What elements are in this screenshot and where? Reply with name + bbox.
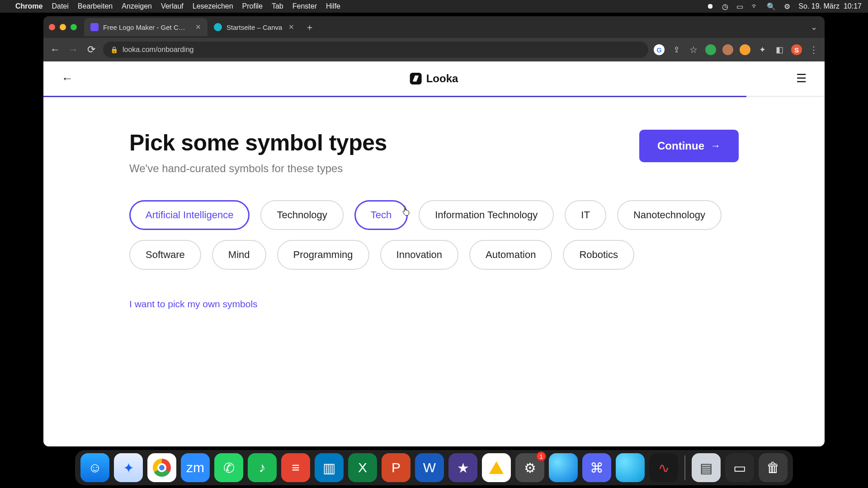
nav-forward-button[interactable]: →: [67, 44, 80, 56]
dock-app-gdrive[interactable]: [482, 453, 511, 482]
tabs-overflow-button[interactable]: ⌄: [811, 22, 817, 32]
dock-badge: 1: [536, 451, 546, 461]
menubar-date[interactable]: So. 19. März 10:17: [798, 2, 862, 10]
symbol-type-chip[interactable]: IT: [565, 200, 606, 230]
tab-close-icon[interactable]: ✕: [195, 23, 201, 31]
dock-app-preview[interactable]: ▤: [692, 453, 721, 482]
symbol-type-chip[interactable]: Innovation: [380, 240, 459, 270]
new-tab-button[interactable]: ＋: [305, 21, 314, 33]
dock-app-ppt[interactable]: P: [382, 453, 410, 482]
back-arrow-icon[interactable]: ←: [61, 71, 73, 85]
dock-app-settings[interactable]: ⚙1: [515, 453, 544, 482]
spotlight-icon[interactable]: 🔍: [767, 2, 776, 11]
dock-app-finder[interactable]: ☺: [80, 453, 109, 482]
dock-app-desktop[interactable]: ▭: [725, 453, 754, 482]
dock-app-imovie[interactable]: ★: [448, 453, 477, 482]
dock-app-spotify[interactable]: ♪: [248, 453, 277, 482]
wifi-icon[interactable]: ᯤ: [751, 2, 759, 10]
menubar-status-area: ⏺ ◷ ▭ ᯤ 🔍 ⚙ So. 19. März 10:17: [707, 2, 862, 11]
pick-own-symbols-link[interactable]: I want to pick my own symbols: [129, 299, 739, 310]
dock-app-qt[interactable]: [616, 453, 645, 482]
dock-app-discord[interactable]: ⌘: [582, 453, 611, 482]
toolbar-actions: G ⇪ ☆ ✦ ◧ S ⋮: [654, 44, 819, 55]
hamburger-menu-icon[interactable]: ☰: [796, 71, 807, 85]
menubar-item[interactable]: Datei: [52, 2, 68, 10]
symbol-type-chips: Artificial IntelligenceTechnologyTechInf…: [129, 200, 739, 270]
looka-logo-icon: [410, 73, 422, 84]
dock-app-trello[interactable]: ▥: [315, 453, 344, 482]
record-icon[interactable]: ⏺: [707, 2, 714, 10]
google-translate-icon[interactable]: G: [654, 44, 665, 55]
window-minimize-button[interactable]: [60, 24, 66, 30]
omnibox[interactable]: 🔒 looka.com/onboarding: [103, 42, 648, 58]
dock-app-globe[interactable]: [549, 453, 578, 482]
dock-app-chrome[interactable]: [147, 453, 176, 482]
onboarding-progress: [43, 96, 825, 97]
symbol-type-chip[interactable]: Artificial Intelligence: [129, 200, 250, 230]
menubar-item[interactable]: Lesezeichen: [193, 2, 233, 10]
dock-app-whatsapp[interactable]: ✆: [214, 453, 243, 482]
dock-app-zoom[interactable]: zm: [181, 453, 210, 482]
battery-icon[interactable]: ▭: [736, 2, 743, 11]
menubar-item[interactable]: Verlauf: [161, 2, 184, 10]
extensions-puzzle-icon[interactable]: ✦: [757, 44, 768, 55]
dock-app-word[interactable]: W: [415, 453, 444, 482]
dock-app-safari[interactable]: ✦: [114, 453, 143, 482]
browser-tab[interactable]: Startseite – Canva ✕: [208, 18, 301, 36]
clock-icon[interactable]: ◷: [722, 2, 728, 11]
symbol-type-chip[interactable]: Mind: [212, 240, 266, 270]
lock-icon[interactable]: 🔒: [110, 46, 118, 53]
profile-avatar[interactable]: S: [791, 44, 802, 55]
chrome-menu-icon[interactable]: ⋮: [808, 44, 819, 55]
macos-dock: ☺✦zm✆♪≡▥XPW★⚙1⌘∿▤▭🗑: [75, 450, 793, 485]
symbol-type-chip[interactable]: Programming: [277, 240, 369, 270]
macos-menubar: Chrome Datei Bearbeiten Anzeigen Verlauf…: [0, 0, 868, 13]
window-zoom-button[interactable]: [71, 24, 77, 30]
menubar-item[interactable]: Anzeigen: [122, 2, 152, 10]
menubar-app-name[interactable]: Chrome: [15, 2, 42, 10]
looka-header: ← Looka ☰: [43, 61, 825, 96]
omnibox-url: looka.com/onboarding: [123, 46, 193, 54]
symbol-type-chip[interactable]: Robotics: [563, 240, 634, 270]
symbol-type-chip[interactable]: Technology: [260, 200, 343, 230]
symbol-type-chip[interactable]: Software: [129, 240, 201, 270]
page-viewport: ← Looka ☰ Pick some symbol types We've h…: [43, 61, 825, 446]
symbol-type-chip[interactable]: Tech: [354, 200, 408, 230]
dock-separator: [684, 455, 685, 480]
share-icon[interactable]: ⇪: [671, 44, 682, 55]
menubar-item[interactable]: Bearbeiten: [78, 2, 113, 10]
onboarding-progress-fill: [43, 96, 746, 97]
continue-button[interactable]: Continue →: [639, 130, 739, 162]
tab-title: Startseite – Canva: [226, 23, 282, 31]
onboarding-content: Pick some symbol types We've hand-curate…: [43, 97, 825, 310]
looka-brand[interactable]: Looka: [410, 72, 458, 85]
menubar-item[interactable]: Fenster: [292, 2, 317, 10]
browser-tab-active[interactable]: Free Logo Maker - Get Custom… ✕: [84, 18, 208, 36]
nav-back-button[interactable]: ←: [49, 44, 61, 56]
dock-app-audio[interactable]: ∿: [649, 453, 678, 482]
chrome-window: Free Logo Maker - Get Custom… ✕ Startsei…: [43, 16, 825, 446]
symbol-type-chip[interactable]: Information Technology: [419, 200, 554, 230]
menubar-item[interactable]: Hilfe: [326, 2, 340, 10]
chrome-toolbar: ← → ⟳ 🔒 looka.com/onboarding G ⇪ ☆ ✦ ◧ S…: [43, 38, 825, 61]
looka-brand-name: Looka: [426, 72, 458, 85]
menubar-item[interactable]: Profile: [242, 2, 263, 10]
control-center-icon[interactable]: ⚙: [784, 2, 790, 11]
chrome-tabstrip: Free Logo Maker - Get Custom… ✕ Startsei…: [43, 16, 825, 38]
extension-icon[interactable]: [740, 44, 750, 55]
tab-close-icon[interactable]: ✕: [288, 23, 294, 31]
menubar-item[interactable]: Tab: [272, 2, 283, 10]
side-panel-icon[interactable]: ◧: [774, 44, 785, 55]
dock-app-todoist[interactable]: ≡: [281, 453, 310, 482]
window-close-button[interactable]: [49, 24, 55, 30]
extension-icon[interactable]: [722, 44, 733, 55]
symbol-type-chip[interactable]: Automation: [469, 240, 552, 270]
page-subheading: We've hand-curated symbols for these typ…: [129, 162, 387, 175]
arrow-right-icon: →: [711, 140, 721, 152]
symbol-type-chip[interactable]: Nanotechnology: [617, 200, 722, 230]
bookmark-star-icon[interactable]: ☆: [688, 44, 699, 55]
dock-app-trash[interactable]: 🗑: [759, 453, 788, 482]
dock-app-excel[interactable]: X: [348, 453, 377, 482]
extension-shield-icon[interactable]: [705, 44, 716, 55]
nav-reload-button[interactable]: ⟳: [85, 44, 98, 56]
